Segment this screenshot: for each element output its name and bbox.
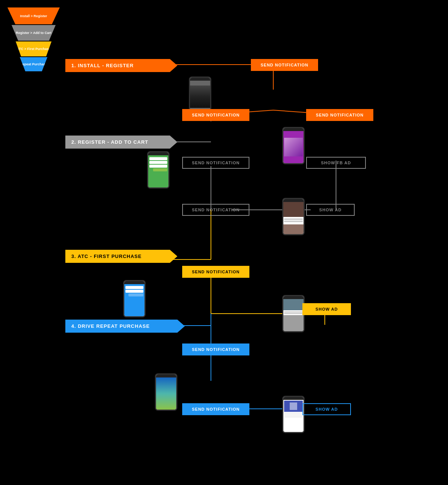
phone-7 xyxy=(155,373,177,411)
notification-2: SEND NOTIFICATION xyxy=(182,109,249,121)
notification-8: SEND NOTIFICATION xyxy=(182,266,249,278)
stage-1-label: 1. INSTALL - REGISTER xyxy=(65,59,177,72)
notification-11: SEND NOTIFICATION xyxy=(182,403,249,415)
notification-3: SEND NOTIFICATION xyxy=(306,109,373,121)
phone-2 xyxy=(147,151,169,189)
show-ad-3: SHOW AD xyxy=(302,403,351,415)
stage-3-label: 3. ATC - FIRST PURCHASE xyxy=(65,250,177,263)
stage-4-label: 4. DRIVE REPEAT PURCHASE xyxy=(65,320,185,333)
stage-2-label: 2. REGISTER - ADD TO CART xyxy=(65,136,177,149)
funnel-segment-1: Install > Register xyxy=(7,7,60,24)
phone-1 xyxy=(189,77,211,114)
funnel-segment-3: ATC > First Purchase xyxy=(16,41,52,56)
phone-3 xyxy=(282,127,305,164)
show-fb-ad: SHOW FB AD xyxy=(306,157,366,169)
notification-10: SEND NOTIFICATION xyxy=(182,343,249,355)
phone-4 xyxy=(282,198,305,235)
notification-1: SEND NOTIFICATION xyxy=(251,59,318,71)
notification-4: SEND NOTIFICATION xyxy=(182,157,249,169)
funnel: Install > Register Register > Add to Car… xyxy=(7,7,60,72)
phone-8 xyxy=(282,396,305,433)
funnel-segment-4: Repeat Purchase xyxy=(20,57,47,71)
phone-6 xyxy=(282,295,305,332)
notification-6: SEND NOTIFICATION xyxy=(182,204,249,216)
show-ad-1: SHOW AD xyxy=(306,204,355,216)
show-ad-2: SHOW AD xyxy=(302,303,351,315)
funnel-segment-2: Register > Add to Cart xyxy=(12,25,56,41)
phone-5 xyxy=(123,280,146,317)
